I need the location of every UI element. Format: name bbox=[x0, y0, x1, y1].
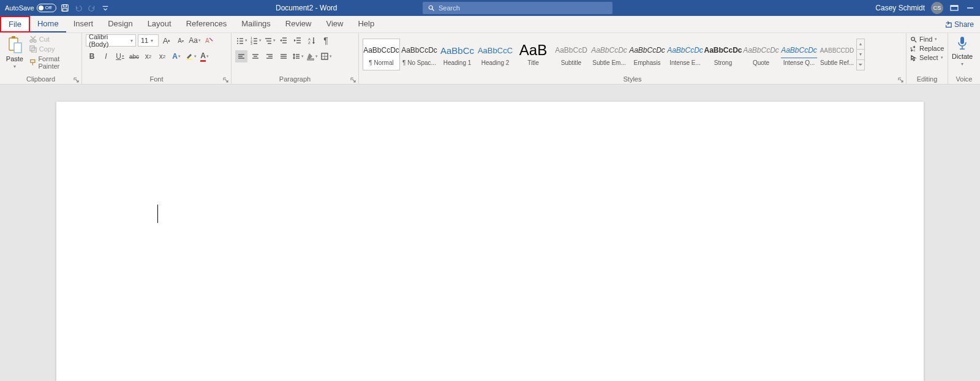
save-icon[interactable] bbox=[60, 3, 70, 13]
svg-rect-61 bbox=[307, 59, 314, 60]
text-cursor bbox=[157, 205, 158, 223]
styles-scroll[interactable]: ▴▾⏷ bbox=[856, 39, 865, 70]
replace-button[interactable]: ac Replace bbox=[910, 45, 944, 52]
style-tile-emphasis[interactable]: AaBbCcDcEmphasis bbox=[628, 39, 666, 70]
search-placeholder: Search bbox=[439, 4, 460, 12]
font-name-combo[interactable]: Calibri (Body)▾ bbox=[86, 34, 136, 47]
style-tile-heading-1[interactable]: AaBbCcHeading 1 bbox=[439, 39, 476, 70]
svg-text:c: c bbox=[914, 48, 916, 52]
svg-text:Z: Z bbox=[308, 41, 311, 45]
copy-button[interactable]: Copy bbox=[29, 45, 78, 53]
align-center-icon[interactable] bbox=[249, 50, 262, 62]
style-tile-subtitle[interactable]: AaBbCcDSubtitle bbox=[552, 39, 590, 70]
svg-rect-20 bbox=[186, 59, 192, 60]
tab-review[interactable]: Review bbox=[278, 16, 319, 32]
italic-button[interactable]: I bbox=[100, 50, 112, 62]
customize-qat-icon[interactable] bbox=[100, 3, 110, 13]
cut-button[interactable]: Cut bbox=[29, 36, 78, 43]
search-box[interactable]: Search bbox=[423, 2, 612, 14]
clipboard-launcher-icon[interactable] bbox=[74, 76, 80, 82]
style-tile-heading-2[interactable]: AaBbCcCHeading 2 bbox=[477, 39, 514, 70]
group-editing: Find ▾ ac Replace Select ▾ Editing bbox=[907, 33, 948, 84]
group-paragraph: ▾ 123▾ ▾ AZ ¶ ▾ ▾ ▾ P bbox=[232, 33, 359, 84]
shading-icon[interactable]: ▾ bbox=[306, 50, 318, 62]
styles-launcher-icon[interactable] bbox=[898, 76, 904, 82]
superscript-button[interactable]: x2 bbox=[156, 50, 168, 62]
style-tile-quote[interactable]: AaBbCcDcQuote bbox=[742, 39, 780, 70]
group-font: Calibri (Body)▾ 11▾ A▴ A▾ Aa▾ A B I U▾ a… bbox=[82, 33, 232, 84]
redo-icon[interactable] bbox=[87, 3, 97, 13]
svg-text:A: A bbox=[205, 37, 209, 44]
share-button[interactable]: Share bbox=[938, 16, 980, 32]
style-tile-subtle-ref-[interactable]: AABBCCDDSubtle Ref... bbox=[818, 39, 856, 70]
align-left-icon[interactable] bbox=[235, 50, 247, 62]
numbering-icon[interactable]: 123▾ bbox=[249, 34, 262, 47]
borders-icon[interactable]: ▾ bbox=[320, 50, 332, 62]
tab-view[interactable]: View bbox=[318, 16, 350, 32]
strikethrough-button[interactable]: abc bbox=[128, 50, 140, 62]
tab-layout[interactable]: Layout bbox=[140, 16, 179, 32]
format-painter-button[interactable]: Format Painter bbox=[29, 55, 78, 70]
shrink-font-icon[interactable]: A▾ bbox=[175, 34, 187, 47]
tab-help[interactable]: Help bbox=[350, 16, 382, 32]
increase-indent-icon[interactable] bbox=[292, 34, 304, 47]
tab-design[interactable]: Design bbox=[100, 16, 140, 32]
tab-home[interactable]: Home bbox=[30, 16, 66, 32]
font-launcher-icon[interactable] bbox=[223, 76, 229, 82]
select-button[interactable]: Select ▾ bbox=[910, 54, 944, 61]
font-color-icon[interactable]: A▾ bbox=[198, 50, 211, 62]
svg-rect-69 bbox=[960, 37, 964, 44]
search-icon bbox=[428, 4, 435, 12]
svg-text:3: 3 bbox=[251, 42, 252, 45]
subscript-button[interactable]: x2 bbox=[142, 50, 154, 62]
style-tile-intense-q-[interactable]: AaBbCcDcIntense Q... bbox=[780, 39, 818, 70]
align-right-icon[interactable] bbox=[263, 50, 276, 62]
ribbon-display-icon[interactable] bbox=[949, 3, 959, 13]
dictate-button[interactable]: Dictate ▾ bbox=[952, 34, 973, 67]
style-tile--no-spac-[interactable]: AaBbCcDc¶ No Spac... bbox=[401, 39, 438, 70]
sort-icon[interactable]: AZ bbox=[306, 34, 318, 47]
show-hide-icon[interactable]: ¶ bbox=[320, 34, 332, 47]
minimize-icon[interactable] bbox=[965, 3, 975, 13]
grow-font-icon[interactable]: A▴ bbox=[160, 34, 173, 47]
bullets-icon[interactable]: ▾ bbox=[235, 34, 247, 47]
decrease-indent-icon[interactable] bbox=[277, 34, 290, 47]
underline-button[interactable]: U▾ bbox=[114, 50, 126, 62]
text-effects-icon[interactable]: A▾ bbox=[170, 50, 183, 62]
style-tile--normal[interactable]: AaBbCcDc¶ Normal bbox=[363, 39, 400, 70]
document-page[interactable] bbox=[56, 102, 924, 381]
svg-line-66 bbox=[914, 40, 916, 42]
ribbon: Paste ▾ Cut Copy Format Painter Clipboar… bbox=[0, 33, 980, 85]
user-name[interactable]: Casey Schmidt bbox=[875, 4, 925, 12]
style-tile-intense-e-[interactable]: AaBbCcDcIntense E... bbox=[666, 39, 704, 70]
autosave-label: AutoSave bbox=[5, 4, 34, 12]
tab-references[interactable]: References bbox=[179, 16, 234, 32]
justify-icon[interactable] bbox=[277, 50, 290, 62]
svg-line-5 bbox=[432, 9, 434, 11]
document-area bbox=[0, 85, 980, 381]
find-button[interactable]: Find ▾ bbox=[910, 36, 944, 43]
change-case-icon[interactable]: Aa▾ bbox=[189, 34, 201, 47]
svg-point-21 bbox=[237, 38, 238, 39]
tab-mailings[interactable]: Mailings bbox=[234, 16, 278, 32]
highlight-icon[interactable]: ▾ bbox=[184, 50, 197, 62]
style-tile-subtle-em-[interactable]: AaBbCcDcSubtle Em... bbox=[590, 39, 628, 70]
undo-icon[interactable] bbox=[74, 3, 83, 13]
style-tile-strong[interactable]: AaBbCcDcStrong bbox=[704, 39, 742, 70]
autosave-toggle[interactable]: AutoSave Off bbox=[5, 4, 56, 12]
style-tile-title[interactable]: AaBTitle bbox=[514, 39, 552, 70]
paste-button[interactable]: Paste ▾ bbox=[4, 34, 26, 69]
clear-formatting-icon[interactable]: A bbox=[203, 34, 215, 47]
tab-file[interactable]: File bbox=[0, 16, 30, 32]
font-size-combo[interactable]: 11▾ bbox=[138, 34, 159, 47]
svg-point-23 bbox=[237, 40, 238, 42]
svg-rect-18 bbox=[31, 60, 35, 62]
multilevel-list-icon[interactable]: ▾ bbox=[263, 34, 276, 47]
bold-button[interactable]: B bbox=[86, 50, 98, 62]
group-clipboard: Paste ▾ Cut Copy Format Painter Clipboar… bbox=[0, 33, 82, 84]
svg-text:a: a bbox=[910, 45, 913, 49]
tab-insert[interactable]: Insert bbox=[66, 16, 101, 32]
paragraph-launcher-icon[interactable] bbox=[350, 76, 356, 82]
line-spacing-icon[interactable]: ▾ bbox=[292, 50, 304, 62]
avatar[interactable]: CS bbox=[931, 2, 943, 14]
